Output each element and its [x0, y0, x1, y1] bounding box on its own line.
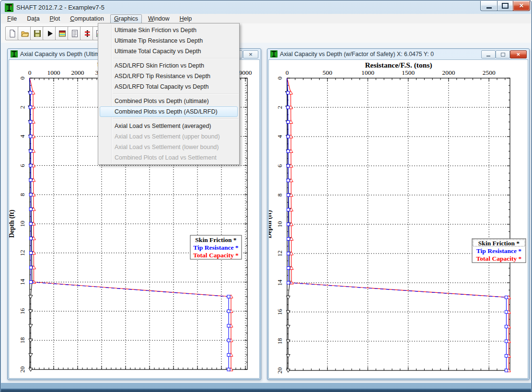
- close-icon: ✕: [249, 52, 253, 57]
- svg-text:Tip Resistance *: Tip Resistance *: [476, 247, 522, 254]
- menu-separator: [113, 118, 239, 119]
- svg-text:2000: 2000: [442, 69, 455, 76]
- menu-item-ultimate-total-capacity[interactable]: Ultimate Total Capacity vs Depth: [98, 46, 239, 57]
- menubar-item-plot[interactable]: Plot: [46, 14, 64, 23]
- maximize-button[interactable]: [497, 1, 513, 11]
- legend: Skin Friction *Tip Resistance *Total Cap…: [190, 235, 242, 259]
- svg-text:9000: 9000: [239, 69, 252, 76]
- series-tip-resistance: [287, 78, 508, 372]
- mdi-workspace: Axial Capacity vs Depth (Ultimate) ✕ 010…: [1, 43, 531, 383]
- menubar-item-window[interactable]: Window: [144, 14, 173, 23]
- menu-item-combined-plots-ultimate[interactable]: Combined Plots vs Depth (ultimate): [98, 96, 239, 106]
- svg-text:Tip Resistance *: Tip Resistance *: [193, 244, 239, 251]
- svg-text:20: 20: [19, 367, 26, 373]
- series-total-capacity: [287, 78, 510, 372]
- right-plot-client: 0500100015002000250002468101214161820Res…: [268, 59, 528, 379]
- svg-text:6: 6: [276, 164, 283, 167]
- svg-text:12: 12: [276, 251, 283, 257]
- menu-item-ultimate-tip-resistance[interactable]: Ultimate Tip Resistance vs Depth: [98, 35, 239, 46]
- axis-labels: 0500100015002000250002468101214161820: [276, 69, 496, 374]
- legend: Skin Friction *Tip Resistance *Total Cap…: [472, 239, 526, 263]
- svg-text:0: 0: [19, 77, 26, 80]
- graphics-menu-dropdown: Ultimate Skin Friction vs DepthUltimate …: [98, 23, 240, 165]
- shaft-app-icon: [11, 50, 18, 58]
- menubar-item-help[interactable]: Help: [176, 14, 196, 23]
- minimize-icon: [486, 7, 492, 9]
- menu-item-ultimate-skin-friction[interactable]: Ultimate Skin Friction vs Depth: [98, 25, 239, 35]
- toolbar-button-pile-section[interactable]: [80, 26, 94, 40]
- maximize-icon: [501, 53, 505, 57]
- right-window-title-bar[interactable]: Axial Capacity vs Depth (w/Factor of Saf…: [267, 49, 529, 59]
- menubar-item-graphics[interactable]: Graphics: [110, 14, 142, 23]
- right-close-button[interactable]: ✕: [510, 50, 527, 58]
- svg-text:Skin Friction *: Skin Friction *: [195, 236, 237, 243]
- minimize-button[interactable]: [480, 1, 497, 11]
- left-close-button[interactable]: ✕: [243, 50, 258, 58]
- minimize-icon: [486, 56, 490, 57]
- svg-text:20: 20: [276, 368, 283, 374]
- menu-item-axial-load-settlement-lower: Axial Load vs Settlement (lower bound): [98, 142, 239, 152]
- window-axial-capacity-fs: Axial Capacity vs Depth (w/Factor of Saf…: [267, 48, 530, 380]
- close-button[interactable]: ✕: [513, 1, 530, 11]
- svg-text:0: 0: [276, 77, 283, 80]
- svg-text:16: 16: [276, 309, 283, 315]
- right-maximize-button[interactable]: [496, 50, 510, 58]
- svg-text:Total Capacity *: Total Capacity *: [193, 252, 239, 259]
- maximize-icon: [502, 3, 509, 9]
- svg-text:0: 0: [28, 69, 32, 76]
- svg-text:12: 12: [19, 250, 26, 256]
- svg-text:2500: 2500: [483, 69, 496, 76]
- shaft-app-icon: [270, 50, 278, 58]
- window-title: SHAFT 2012.7.2 - Examplev7-5: [16, 4, 104, 11]
- menubar-item-computation[interactable]: Computation: [66, 14, 108, 23]
- toolbar-button-open-file[interactable]: [18, 26, 32, 40]
- right-window-title: Axial Capacity vs Depth (w/Factor of Saf…: [280, 51, 481, 58]
- svg-text:1000: 1000: [47, 69, 60, 76]
- svg-text:0: 0: [286, 69, 289, 76]
- menu-item-asd-lrfd-skin-friction[interactable]: ASD/LRFD Skin Friction vs Depth: [98, 60, 239, 71]
- toolbar-button-new-document[interactable]: [5, 26, 19, 40]
- svg-text:10: 10: [276, 221, 283, 228]
- svg-text:8: 8: [276, 194, 283, 197]
- menu-separator: [113, 93, 239, 94]
- window-bottom-edge: [1, 389, 531, 392]
- svg-text:Total Capacity *: Total Capacity *: [476, 255, 522, 262]
- menubar-item-file[interactable]: File: [3, 14, 21, 23]
- svg-text:16: 16: [19, 308, 26, 314]
- menubar-item-data[interactable]: Data: [23, 14, 43, 23]
- menu-separator: [113, 58, 239, 59]
- y-axis-title: Depth (ft): [9, 209, 16, 238]
- toolbar-button-save-file[interactable]: [30, 26, 44, 40]
- svg-text:14: 14: [19, 279, 26, 286]
- menu-item-combined-plots-asd-lrfd[interactable]: Combined Plots vs Depth (ASD/LRFD): [100, 106, 238, 117]
- shaft-app-icon: [5, 3, 13, 12]
- x-axis-title: Resistance/F.S. (tons): [365, 61, 432, 69]
- toolbar-button-run-analysis[interactable]: [43, 26, 57, 40]
- main-window: SHAFT 2012.7.2 - Examplev7-5 ✕ FileDataP…: [0, 0, 532, 392]
- menu-bar: FileDataPlotComputationGraphicsWindowHel…: [1, 14, 531, 24]
- svg-text:6: 6: [19, 164, 26, 167]
- svg-text:18: 18: [276, 338, 283, 345]
- right-minimize-button[interactable]: [481, 50, 496, 58]
- svg-text:4: 4: [19, 135, 26, 138]
- svg-text:Skin Friction *: Skin Friction *: [478, 240, 520, 247]
- svg-text:10: 10: [19, 221, 26, 227]
- svg-text:14: 14: [276, 279, 283, 286]
- menu-item-asd-lrfd-total-capacity[interactable]: ASD/LRFD Total Capacity vs Depth: [98, 81, 239, 92]
- menu-item-axial-load-settlement-averaged[interactable]: Axial Load vs Settlement (averaged): [98, 121, 239, 131]
- toolbar: [1, 23, 531, 43]
- chart-asd-lrfd[interactable]: 0500100015002000250002468101214161820Res…: [269, 60, 528, 378]
- menu-item-asd-lrfd-tip-resistance[interactable]: ASD/LRFD Tip Resistance vs Depth: [98, 71, 239, 81]
- main-title-bar[interactable]: SHAFT 2012.7.2 - Examplev7-5 ✕: [1, 1, 531, 14]
- svg-text:1500: 1500: [402, 69, 415, 76]
- close-icon: ✕: [519, 3, 524, 9]
- svg-text:500: 500: [323, 69, 333, 76]
- toolbar-button-output-report[interactable]: [68, 26, 81, 40]
- gridlines: [287, 78, 510, 370]
- y-axis-title: Depth (ft): [269, 210, 273, 238]
- svg-text:18: 18: [19, 337, 26, 344]
- svg-text:2: 2: [19, 106, 26, 109]
- menu-item-axial-load-settlement-upper: Axial Load vs Settlement (upper bound): [98, 131, 239, 142]
- svg-text:4: 4: [276, 135, 283, 138]
- toolbar-button-soil-profile[interactable]: [55, 26, 69, 40]
